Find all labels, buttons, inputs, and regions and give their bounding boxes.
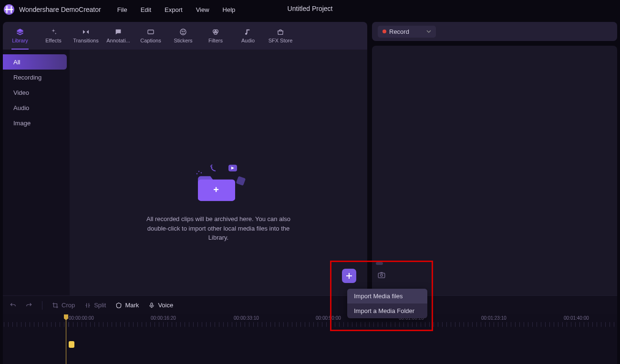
svg-point-1 [180, 29, 186, 35]
tab-stickers[interactable]: Stickers [167, 22, 199, 50]
svg-point-12 [201, 172, 202, 173]
menu-bar: File Edit Export View Help [117, 6, 236, 13]
mic-icon [148, 302, 155, 309]
svg-point-3 [184, 31, 184, 31]
library-empty-state: + All recorded clips will be archived he… [144, 158, 293, 243]
import-folder-icon: + [187, 158, 249, 206]
svg-rect-15 [378, 273, 385, 278]
ruler-mark: 00:00:16:20 [151, 315, 176, 321]
sidebar-item-image[interactable]: Image [3, 115, 67, 131]
tab-label: Library [12, 38, 28, 43]
record-label: Record [389, 28, 409, 35]
import-media-folder[interactable]: Import a Media Folder [347, 303, 427, 318]
svg-rect-0 [148, 30, 154, 34]
tab-library[interactable]: Library [3, 22, 37, 50]
import-highlight-box: Import Media files Import a Media Folder [330, 261, 433, 331]
crop-button[interactable]: Crop [52, 302, 75, 309]
tab-label: Audio [241, 38, 255, 43]
svg-point-16 [381, 274, 383, 277]
layers-icon [16, 28, 24, 36]
bowtie-icon [82, 28, 90, 36]
menu-help[interactable]: Help [223, 6, 236, 13]
app-name: Wondershare DemoCreator [19, 6, 101, 13]
filters-icon [212, 28, 219, 36]
timeline-ruler[interactable]: 00:00:00:00 00:00:16:20 00:00:33:10 00:0… [3, 314, 617, 327]
menu-edit[interactable]: Edit [141, 6, 151, 13]
ruler-mark: 00:01:40:00 [564, 315, 589, 321]
sidebar-item-recording[interactable]: Recording [3, 70, 67, 85]
tab-label: Captions [140, 38, 161, 43]
split-icon [84, 302, 91, 309]
mark-icon [115, 302, 122, 309]
voice-button[interactable]: Voice [148, 302, 173, 309]
svg-rect-17 [151, 303, 153, 305]
chevron-down-icon [426, 29, 431, 34]
plus-icon [346, 273, 352, 279]
ruler-mark: 00:00:00:00 [69, 315, 94, 321]
library-placeholder-text: All recorded clips will be archived here… [144, 214, 293, 243]
menu-file[interactable]: File [117, 6, 127, 13]
redo-button[interactable] [26, 302, 32, 309]
tab-label: Annotati... [106, 38, 130, 43]
record-bar: Record [372, 22, 617, 41]
snapshot-button[interactable] [377, 271, 386, 281]
tab-annotations[interactable]: Annotati... [102, 22, 134, 50]
tab-effects[interactable]: Effects [37, 22, 70, 50]
camera-icon [377, 271, 386, 279]
undo-button[interactable] [10, 302, 16, 309]
mark-button[interactable]: Mark [115, 302, 139, 309]
timeline-playhead[interactable] [66, 314, 66, 364]
timeline[interactable]: 00:00:00:00 00:00:16:20 00:00:33:10 00:0… [3, 314, 617, 364]
sparkle-icon [50, 28, 57, 36]
app-logo-icon [4, 4, 14, 15]
tab-label: SFX Store [269, 38, 293, 43]
tab-captions[interactable]: Captions [134, 22, 167, 50]
tool-tabs: Library Effects Transitions Annotati... … [3, 22, 367, 50]
svg-rect-10 [236, 176, 246, 186]
scrub-handle[interactable] [376, 262, 383, 265]
tab-label: Filters [208, 38, 223, 43]
tab-audio[interactable]: Audio [232, 22, 264, 50]
timeline-tracks[interactable] [3, 327, 617, 355]
tab-label: Stickers [174, 38, 192, 43]
title-bar: Wondershare DemoCreator File Edit Export… [0, 0, 620, 19]
ruler-mark: 00:00:33:10 [234, 315, 259, 321]
smiley-icon [179, 28, 187, 36]
menu-view[interactable]: View [196, 6, 209, 13]
sidebar-item-video[interactable]: Video [3, 85, 67, 100]
svg-point-11 [198, 171, 199, 172]
tab-filters[interactable]: Filters [199, 22, 232, 50]
timeline-clip[interactable] [69, 341, 74, 348]
redo-icon [26, 302, 32, 309]
undo-icon [10, 302, 16, 309]
tab-label: Transitions [73, 38, 98, 43]
ruler-mark: 00:01:23:10 [481, 315, 506, 321]
menu-export[interactable]: Export [165, 6, 183, 13]
svg-text:+: + [213, 184, 219, 195]
tab-transitions[interactable]: Transitions [70, 22, 102, 50]
timeline-toolbar: Crop Split Mark Voice [3, 295, 617, 314]
sidebar-item-audio[interactable]: Audio [3, 100, 67, 115]
add-media-button[interactable] [342, 269, 356, 283]
sidebar-item-all[interactable]: All [3, 54, 67, 70]
svg-point-2 [182, 31, 182, 31]
crop-icon [52, 302, 59, 309]
split-button[interactable]: Split [84, 302, 106, 309]
note-icon [244, 28, 252, 36]
comment-icon [114, 28, 122, 36]
store-icon [277, 28, 284, 36]
record-dot-icon [382, 30, 386, 33]
record-button[interactable]: Record [378, 26, 436, 38]
import-context-menu: Import Media files Import a Media Folder [347, 289, 427, 318]
svg-point-13 [196, 173, 197, 174]
tab-label: Effects [45, 38, 61, 43]
import-media-files[interactable]: Import Media files [347, 289, 427, 303]
cc-icon [147, 28, 155, 36]
tab-sfx-store[interactable]: SFX Store [264, 22, 297, 50]
